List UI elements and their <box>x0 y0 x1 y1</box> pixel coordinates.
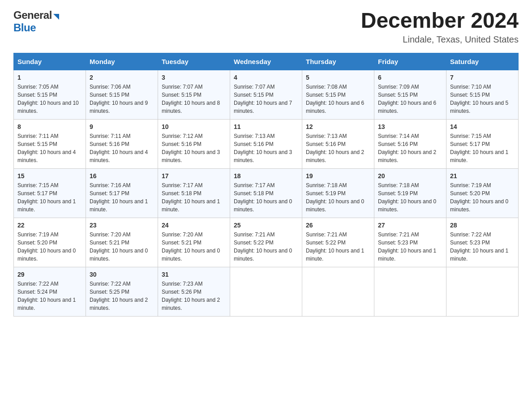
day-info: Sunrise: 7:15 AMSunset: 5:17 PMDaylight:… <box>17 181 82 214</box>
calendar-cell: 3Sunrise: 7:07 AMSunset: 5:15 PMDaylight… <box>158 70 230 119</box>
day-number: 29 <box>17 271 82 278</box>
calendar-week-row: 29Sunrise: 7:22 AMSunset: 5:24 PMDayligh… <box>14 267 519 316</box>
calendar-cell: 28Sunrise: 7:22 AMSunset: 5:23 PMDayligh… <box>446 218 519 267</box>
day-number: 23 <box>90 222 154 229</box>
calendar-cell: 4Sunrise: 7:07 AMSunset: 5:15 PMDaylight… <box>230 70 302 119</box>
calendar-cell: 7Sunrise: 7:10 AMSunset: 5:15 PMDaylight… <box>446 70 519 119</box>
day-number: 8 <box>17 123 82 130</box>
day-number: 22 <box>17 222 82 229</box>
calendar-cell: 10Sunrise: 7:12 AMSunset: 5:16 PMDayligh… <box>158 119 230 168</box>
header-sunday: Sunday <box>14 53 86 70</box>
header-monday: Monday <box>86 53 158 70</box>
day-info: Sunrise: 7:20 AMSunset: 5:21 PMDaylight:… <box>90 231 154 263</box>
day-info: Sunrise: 7:12 AMSunset: 5:16 PMDaylight:… <box>162 132 226 164</box>
day-info: Sunrise: 7:10 AMSunset: 5:15 PMDaylight:… <box>450 83 515 115</box>
day-number: 16 <box>90 172 154 180</box>
calendar-cell <box>302 267 374 316</box>
day-info: Sunrise: 7:13 AMSunset: 5:16 PMDaylight:… <box>234 132 298 164</box>
calendar-cell: 25Sunrise: 7:21 AMSunset: 5:22 PMDayligh… <box>230 218 302 267</box>
calendar-cell: 2Sunrise: 7:06 AMSunset: 5:15 PMDaylight… <box>86 70 158 119</box>
calendar-cell: 30Sunrise: 7:22 AMSunset: 5:25 PMDayligh… <box>86 267 158 316</box>
day-number: 11 <box>234 123 298 130</box>
calendar-cell: 6Sunrise: 7:09 AMSunset: 5:15 PMDaylight… <box>374 70 446 119</box>
day-number: 14 <box>450 123 515 130</box>
day-number: 26 <box>306 222 370 229</box>
calendar-cell: 13Sunrise: 7:14 AMSunset: 5:16 PMDayligh… <box>374 119 446 168</box>
day-info: Sunrise: 7:07 AMSunset: 5:15 PMDaylight:… <box>162 83 226 115</box>
title-block: December 2024 Lindale, Texas, United Sta… <box>361 9 519 45</box>
calendar-week-row: 1Sunrise: 7:05 AMSunset: 5:15 PMDaylight… <box>14 70 519 119</box>
logo-text-blue: Blue <box>13 21 36 34</box>
day-number: 30 <box>90 271 154 278</box>
day-number: 7 <box>450 74 515 81</box>
calendar-cell <box>230 267 302 316</box>
header-thursday: Thursday <box>302 53 374 70</box>
day-info: Sunrise: 7:21 AMSunset: 5:22 PMDaylight:… <box>234 231 298 263</box>
day-info: Sunrise: 7:18 AMSunset: 5:19 PMDaylight:… <box>306 181 370 214</box>
logo-arrow-icon <box>53 14 59 20</box>
header-tuesday: Tuesday <box>158 53 230 70</box>
calendar-cell: 8Sunrise: 7:11 AMSunset: 5:15 PMDaylight… <box>14 119 86 168</box>
calendar-cell: 1Sunrise: 7:05 AMSunset: 5:15 PMDaylight… <box>14 70 86 119</box>
day-number: 4 <box>234 74 298 81</box>
header-saturday: Saturday <box>446 53 519 70</box>
calendar-title: December 2024 <box>361 9 519 33</box>
day-info: Sunrise: 7:21 AMSunset: 5:23 PMDaylight:… <box>378 231 442 263</box>
day-info: Sunrise: 7:08 AMSunset: 5:15 PMDaylight:… <box>306 83 370 115</box>
day-number: 27 <box>378 222 442 229</box>
day-number: 24 <box>162 222 226 229</box>
calendar-cell: 29Sunrise: 7:22 AMSunset: 5:24 PMDayligh… <box>14 267 86 316</box>
calendar-cell <box>446 267 519 316</box>
calendar-cell: 9Sunrise: 7:11 AMSunset: 5:16 PMDaylight… <box>86 119 158 168</box>
day-number: 19 <box>306 172 370 180</box>
logo: General Blue <box>13 9 59 34</box>
day-number: 2 <box>90 74 154 81</box>
calendar-cell: 23Sunrise: 7:20 AMSunset: 5:21 PMDayligh… <box>86 218 158 267</box>
header-wednesday: Wednesday <box>230 53 302 70</box>
day-number: 15 <box>17 172 82 180</box>
calendar-cell: 18Sunrise: 7:17 AMSunset: 5:18 PMDayligh… <box>230 168 302 218</box>
day-info: Sunrise: 7:15 AMSunset: 5:17 PMDaylight:… <box>450 132 515 164</box>
day-info: Sunrise: 7:13 AMSunset: 5:16 PMDaylight:… <box>306 132 370 164</box>
day-info: Sunrise: 7:19 AMSunset: 5:20 PMDaylight:… <box>17 231 82 263</box>
day-info: Sunrise: 7:06 AMSunset: 5:15 PMDaylight:… <box>90 83 154 115</box>
day-number: 18 <box>234 172 298 180</box>
day-number: 31 <box>162 271 226 278</box>
calendar-week-row: 8Sunrise: 7:11 AMSunset: 5:15 PMDaylight… <box>14 119 519 168</box>
day-info: Sunrise: 7:19 AMSunset: 5:20 PMDaylight:… <box>450 181 515 214</box>
day-number: 13 <box>378 123 442 130</box>
day-info: Sunrise: 7:05 AMSunset: 5:15 PMDaylight:… <box>17 83 82 115</box>
day-info: Sunrise: 7:11 AMSunset: 5:15 PMDaylight:… <box>17 132 82 164</box>
calendar-cell: 14Sunrise: 7:15 AMSunset: 5:17 PMDayligh… <box>446 119 519 168</box>
calendar-cell: 19Sunrise: 7:18 AMSunset: 5:19 PMDayligh… <box>302 168 374 218</box>
calendar-cell: 15Sunrise: 7:15 AMSunset: 5:17 PMDayligh… <box>14 168 86 218</box>
calendar-cell: 26Sunrise: 7:21 AMSunset: 5:22 PMDayligh… <box>302 218 374 267</box>
day-number: 12 <box>306 123 370 130</box>
calendar-cell: 21Sunrise: 7:19 AMSunset: 5:20 PMDayligh… <box>446 168 519 218</box>
header-friday: Friday <box>374 53 446 70</box>
day-info: Sunrise: 7:16 AMSunset: 5:17 PMDaylight:… <box>90 181 154 214</box>
calendar-cell: 31Sunrise: 7:23 AMSunset: 5:26 PMDayligh… <box>158 267 230 316</box>
day-info: Sunrise: 7:23 AMSunset: 5:26 PMDaylight:… <box>162 280 226 312</box>
day-info: Sunrise: 7:11 AMSunset: 5:16 PMDaylight:… <box>90 132 154 164</box>
day-info: Sunrise: 7:09 AMSunset: 5:15 PMDaylight:… <box>378 83 442 115</box>
day-number: 20 <box>378 172 442 180</box>
day-info: Sunrise: 7:14 AMSunset: 5:16 PMDaylight:… <box>378 132 442 164</box>
calendar-subtitle: Lindale, Texas, United States <box>361 34 519 45</box>
calendar-week-row: 15Sunrise: 7:15 AMSunset: 5:17 PMDayligh… <box>14 168 519 218</box>
day-info: Sunrise: 7:17 AMSunset: 5:18 PMDaylight:… <box>162 181 226 214</box>
day-number: 6 <box>378 74 442 81</box>
calendar-cell: 5Sunrise: 7:08 AMSunset: 5:15 PMDaylight… <box>302 70 374 119</box>
calendar-table: Sunday Monday Tuesday Wednesday Thursday… <box>13 53 519 317</box>
day-number: 1 <box>17 74 82 81</box>
day-number: 25 <box>234 222 298 229</box>
day-number: 10 <box>162 123 226 130</box>
day-header-row: Sunday Monday Tuesday Wednesday Thursday… <box>14 53 519 70</box>
calendar-cell: 22Sunrise: 7:19 AMSunset: 5:20 PMDayligh… <box>14 218 86 267</box>
day-number: 21 <box>450 172 515 180</box>
day-info: Sunrise: 7:07 AMSunset: 5:15 PMDaylight:… <box>234 83 298 115</box>
calendar-cell: 20Sunrise: 7:18 AMSunset: 5:19 PMDayligh… <box>374 168 446 218</box>
day-info: Sunrise: 7:22 AMSunset: 5:24 PMDaylight:… <box>17 280 82 312</box>
day-info: Sunrise: 7:17 AMSunset: 5:18 PMDaylight:… <box>234 181 298 214</box>
calendar-cell: 17Sunrise: 7:17 AMSunset: 5:18 PMDayligh… <box>158 168 230 218</box>
